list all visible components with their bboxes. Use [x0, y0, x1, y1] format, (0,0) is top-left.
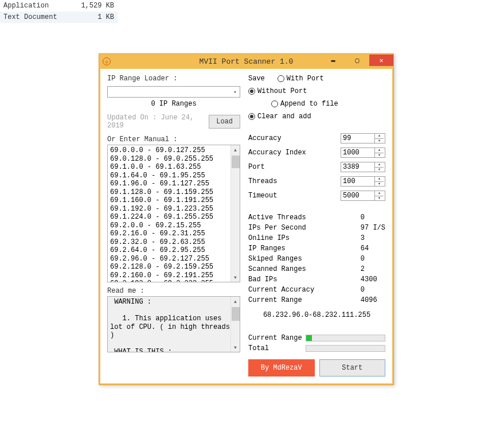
spinner[interactable]: ▲▼ [374, 162, 384, 172]
stat-value: 0 [361, 286, 385, 294]
stat-label: Current Accuracy [248, 286, 361, 294]
progress-total [306, 345, 385, 352]
accuracy-label: Accuracy [248, 134, 311, 142]
accuracy-input[interactable]: ▲▼ [341, 133, 385, 143]
file-row: Text Document 1 KB [0, 11, 118, 23]
ip-range-loader-label: IP Range Loader : [107, 75, 240, 83]
radio-icon [248, 88, 255, 95]
scroll-down-icon[interactable]: ▼ [231, 273, 240, 282]
file-size: 1,529 KB [81, 2, 114, 10]
scroll-thumb[interactable] [232, 156, 240, 168]
ip-ranges-count: 0 IP Ranges [107, 100, 240, 108]
caret-down-icon[interactable]: ▼ [375, 153, 384, 158]
start-button[interactable]: Start [319, 359, 386, 377]
spinner[interactable]: ▲▼ [374, 191, 384, 200]
scroll-up-icon[interactable]: ▲ [231, 297, 240, 306]
caret-up-icon[interactable]: ▲ [375, 177, 384, 182]
accuracy-index-input[interactable]: ▲▼ [341, 148, 385, 158]
minimize-button[interactable]: ▬ [321, 55, 345, 66]
explorer-fragment: Application 1,529 KB Text Document 1 KB [0, 0, 118, 23]
save-label: Save [248, 75, 265, 83]
readme-box[interactable]: WARNING : 1. This application uses lot o… [107, 296, 240, 352]
caret-down-icon[interactable]: ▼ [375, 182, 384, 187]
caret-up-icon[interactable]: ▲ [375, 148, 384, 153]
titlebar[interactable]: ◎ MVII Port Scanner 1.0 ▬ ▢ ✕ [99, 54, 393, 69]
stat-value: 3 [361, 234, 385, 242]
threads-input[interactable]: ▲▼ [341, 176, 385, 187]
caret-up-icon[interactable]: ▲ [375, 162, 384, 168]
stat-value: 0 [361, 214, 385, 222]
radio-append[interactable]: Append to file [271, 100, 338, 108]
stat-value: 4096 [361, 296, 385, 304]
stat-label: IP Ranges [248, 245, 361, 253]
app-window: ◎ MVII Port Scanner 1.0 ▬ ▢ ✕ IP Range L… [99, 53, 394, 385]
current-range-text: 68.232.96.0-68.232.111.255 [248, 311, 385, 319]
spinner[interactable]: ▲▼ [374, 177, 384, 186]
spinner[interactable]: ▲▼ [374, 148, 384, 157]
stat-label: Active Threads [248, 214, 361, 222]
stat-label: Bad IPs [248, 275, 361, 284]
stat-label: IPs Per Second [248, 224, 361, 232]
threads-label: Threads [248, 177, 311, 185]
scrollbar[interactable]: ▲ ▼ [230, 145, 240, 282]
manual-label: Or Enter Manual : [107, 135, 240, 143]
progress-total-label: Total [248, 344, 306, 352]
port-label: Port [248, 163, 311, 171]
app-icon: ◎ [103, 57, 111, 65]
scroll-thumb[interactable] [232, 307, 240, 321]
port-input[interactable]: ▲▼ [341, 162, 385, 172]
readme-text: WARNING : 1. This application uses lot o… [108, 297, 240, 352]
stat-label: Skiped Ranges [248, 255, 361, 263]
caret-up-icon[interactable]: ▲ [375, 134, 384, 139]
stat-value: 97 I/S [361, 224, 385, 232]
radio-with-port[interactable]: With Port [278, 75, 324, 83]
stat-value: 64 [361, 245, 385, 253]
caret-down-icon[interactable]: ▼ [375, 139, 384, 143]
stat-label: Scanned Ranges [248, 265, 361, 273]
file-type: Text Document [3, 13, 97, 21]
progress-current-label: Current Range [248, 334, 306, 342]
radio-icon [278, 75, 284, 82]
stat-value: 4300 [361, 275, 385, 284]
window-controls: ▬ ▢ ✕ [321, 54, 393, 69]
ip-range-combo[interactable]: ▾ [107, 86, 240, 98]
timeout-input[interactable]: ▲▼ [341, 191, 385, 201]
caret-up-icon[interactable]: ▲ [375, 191, 384, 196]
load-button[interactable]: Load [209, 115, 240, 129]
scroll-up-icon[interactable]: ▲ [231, 145, 240, 154]
progress-fill [306, 335, 312, 341]
accuracy-index-label: Accuracy Index [248, 149, 311, 157]
credit-button[interactable]: By MdRezaV [248, 359, 315, 377]
maximize-button[interactable]: ▢ [345, 55, 369, 66]
stat-label: Online IPs [248, 234, 361, 242]
stat-value: 0 [361, 255, 385, 263]
spinner[interactable]: ▲▼ [374, 134, 384, 143]
file-size: 1 KB [97, 13, 114, 21]
caret-down-icon[interactable]: ▼ [375, 196, 384, 201]
manual-text[interactable]: 69.0.0.0 - 69.0.127.255 69.0.128.0 - 69.… [108, 145, 240, 282]
manual-input[interactable]: 69.0.0.0 - 69.0.127.255 69.0.128.0 - 69.… [107, 145, 240, 282]
radio-clear-add[interactable]: Clear and add [248, 112, 311, 121]
stat-value: 2 [361, 265, 385, 273]
readme-label: Read me : [107, 287, 240, 295]
file-type: Application [3, 2, 81, 10]
stat-label: Current Range [248, 296, 361, 304]
progress-current [306, 335, 385, 341]
file-row: Application 1,529 KB [0, 0, 118, 11]
timeout-label: Timeout [248, 192, 311, 200]
caret-down-icon[interactable]: ▼ [375, 168, 384, 172]
radio-without-port[interactable]: Without Port [248, 87, 307, 95]
chevron-down-icon: ▾ [230, 89, 240, 95]
scroll-down-icon[interactable]: ▼ [231, 343, 240, 352]
close-button[interactable]: ✕ [369, 55, 393, 66]
scrollbar[interactable]: ▲ ▼ [230, 297, 240, 352]
updated-on-label: Updated On : June 24, 2019 [107, 114, 205, 130]
radio-icon [271, 100, 278, 107]
radio-icon [248, 113, 255, 120]
